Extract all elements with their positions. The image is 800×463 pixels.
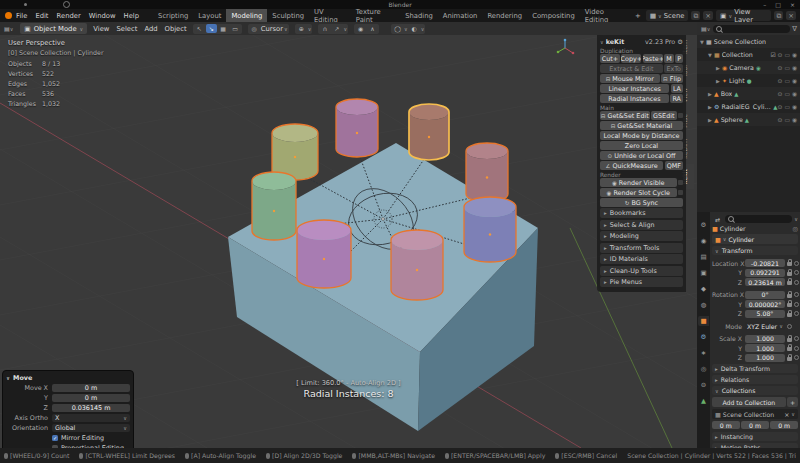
viewport-menu-select[interactable]: Select [116, 25, 137, 33]
hide-eye-icon[interactable]: ⊙ [778, 65, 783, 71]
properties-tab-output[interactable]: ▤ [698, 252, 709, 262]
orientation-dropdown[interactable]: Global∨ [52, 424, 130, 432]
show-gizmo-icon[interactable]: ◯ [392, 24, 403, 33]
move-x-field[interactable]: 0 m [52, 384, 130, 392]
offset-field[interactable]: 0 m [741, 421, 769, 429]
lock-icon[interactable] [787, 338, 792, 342]
outliner-item-sphere[interactable]: ▶▲Sphere▲⊙▭◉ [697, 113, 800, 126]
viewport-3d[interactable]: User Perspective [0] Scene Collection | … [0, 35, 697, 448]
kekit-button-mouse-mirror[interactable]: ⊟Mouse Mirror [600, 74, 660, 83]
pivot-point-label[interactable]: Cursor [261, 25, 283, 33]
scene-selector[interactable]: ▦∨ Scene [646, 10, 689, 21]
kekit-button-m[interactable]: M [664, 54, 674, 63]
exclude-checkbox-icon[interactable]: ☑ [770, 52, 775, 58]
decorator-icon[interactable] [794, 270, 799, 275]
object-name-header[interactable]: ■ ∨ Cylinder [712, 234, 798, 244]
new-collection-button[interactable]: + [787, 397, 798, 407]
cursor-tool-icon[interactable]: ▦ [218, 24, 229, 33]
kekit-panel-transform-tools[interactable]: ▸Transform Tools [600, 243, 683, 253]
properties-panel-delta-transform[interactable]: ▸Delta Transform [712, 364, 798, 373]
kekit-button-linear-instances[interactable]: Linear Instances [600, 84, 669, 93]
view-layer-selector[interactable]: ▣∨ View Layer [716, 10, 771, 21]
new-scene-button[interactable]: ⧉ [691, 11, 700, 20]
collection-assignment[interactable]: ▦ Scene Collection × ∨ [712, 409, 798, 419]
kekit-button-paste[interactable]: Paste+ [643, 54, 663, 63]
lock-icon[interactable] [787, 303, 792, 307]
disable-viewport-icon[interactable]: ▭ [784, 65, 789, 71]
properties-tab-scene[interactable]: ◆ [698, 284, 709, 294]
option-checkbox[interactable] [678, 180, 683, 185]
disable-viewport-icon[interactable]: ▭ [784, 52, 789, 58]
kekit-button-get-set-material[interactable]: ⊟Get&Set Material [600, 121, 683, 130]
rotation-x-field[interactable]: 0° [745, 291, 785, 299]
snap-target-icon[interactable]: ↗ [331, 24, 342, 33]
disable-viewport-icon[interactable]: ▭ [784, 91, 789, 97]
decorator-icon[interactable] [794, 280, 799, 285]
move-tool-icon[interactable]: ▭ [230, 24, 241, 33]
disable-render-icon[interactable]: ◉ [792, 65, 797, 71]
z-field[interactable]: 1.000 [745, 354, 785, 362]
pivot-icon[interactable]: ⊕ [296, 24, 307, 33]
properties-tab-render[interactable]: ◉ [698, 236, 709, 246]
menu-edit[interactable]: Edit [35, 12, 48, 20]
scale-x-field[interactable]: 1.000 [745, 335, 785, 343]
disable-render-icon[interactable]: ◉ [792, 91, 797, 97]
menu-window[interactable]: Window [89, 12, 116, 20]
proportional-editing-checkbox[interactable]: Proportional Editing [6, 443, 130, 448]
decorator-icon[interactable] [794, 302, 799, 307]
kekit-button-zero-local[interactable]: Zero Local [600, 141, 683, 150]
properties-tab-modifiers[interactable]: ⚙ [698, 332, 709, 342]
kekit-button-render-slot-cycle[interactable]: ◉Render Slot Cycle [600, 188, 677, 197]
kekit-button-qmf[interactable]: QMF [665, 161, 683, 170]
kekit-button-local-mode-by-distance[interactable]: Local Mode by Distance [600, 131, 683, 140]
viewport-menu-view[interactable]: View [93, 25, 109, 33]
editor-type-icon[interactable]: ▤∨ [3, 24, 14, 33]
outliner-search-input[interactable] [713, 25, 790, 33]
option-checkbox[interactable] [678, 113, 683, 118]
outliner-item-collection[interactable]: ▼▦Collection☑⊙▭◉ [697, 48, 800, 61]
kekit-button-render-visible[interactable]: ◉Render Visible [600, 178, 677, 187]
decorator-icon[interactable] [794, 311, 799, 316]
mode-field[interactable]: XYZ Euler∨ [745, 322, 785, 330]
kekit-button-get-set-edit[interactable]: ⊟Get&Set Edit [600, 111, 650, 120]
hide-eye-icon[interactable]: ⊙ [778, 117, 783, 123]
lock-icon[interactable] [787, 313, 792, 317]
kekit-panel-bookmarks[interactable]: ▸Bookmarks [600, 208, 683, 218]
collapse-arrow-icon[interactable]: ∨ [6, 375, 10, 381]
z-field[interactable]: 0.23614 m [745, 278, 785, 286]
decorator-icon[interactable] [794, 292, 799, 297]
proportional-editing-icon[interactable]: ◉ [355, 24, 366, 33]
outliner-item-scene-collection[interactable]: ▼▦Scene Collection [697, 35, 800, 48]
offset-field[interactable]: 0 m [770, 421, 798, 429]
outliner-item-radialeg-cylinder[interactable]: ▶⚙RadialEG_Cylinder▲⊙▭◉ [697, 100, 800, 113]
kekit-button-radial-instances[interactable]: Radial Instances [600, 94, 669, 103]
decorator-icon[interactable] [794, 346, 799, 351]
axis-ortho-dropdown[interactable]: X∨ [52, 414, 130, 422]
workspace-tab-modeling[interactable]: Modeling [226, 9, 267, 22]
properties-editor-icon[interactable]: ⇄ [712, 215, 723, 224]
kekit-button-la[interactable]: LA [671, 84, 683, 93]
outliner-editor-icon[interactable]: ▤∨ [700, 24, 711, 33]
menu-help[interactable]: Help [124, 12, 140, 20]
y-field[interactable]: 0.092291 [745, 269, 785, 277]
lock-icon[interactable] [787, 262, 792, 266]
lock-icon[interactable] [787, 281, 792, 285]
offset-field[interactable]: 0 m [712, 421, 740, 429]
kekit-button-p[interactable]: P [675, 54, 683, 63]
menu-render[interactable]: Render [57, 12, 81, 20]
kekit-button-extract-edit[interactable]: Extract & Edit [600, 64, 663, 73]
hide-eye-icon[interactable]: ⊙ [778, 91, 783, 97]
lock-icon[interactable] [787, 294, 792, 298]
hide-eye-icon[interactable]: ⊙ [778, 78, 783, 84]
kekit-button-gsedit[interactable]: GSEdit [651, 111, 676, 120]
properties-tab-particles[interactable]: ∗ [698, 348, 709, 358]
properties-panel-relations[interactable]: ▸Relations [712, 375, 798, 384]
properties-tab-world[interactable]: ◍ [698, 300, 709, 310]
blender-logo-icon[interactable] [5, 12, 12, 19]
kekit-button-quickmeasure[interactable]: ∠QuickMeasure [600, 161, 663, 170]
decorator-icon[interactable] [794, 261, 799, 266]
kekit-panel-select-align[interactable]: ▸Select & Align [600, 220, 683, 230]
kekit-panel-modeling[interactable]: ▸Modeling [600, 231, 683, 241]
workspace-tab-uv-editing[interactable]: UV Editing [309, 9, 351, 22]
workspace-tab-texture-paint[interactable]: Texture Paint [351, 9, 400, 22]
